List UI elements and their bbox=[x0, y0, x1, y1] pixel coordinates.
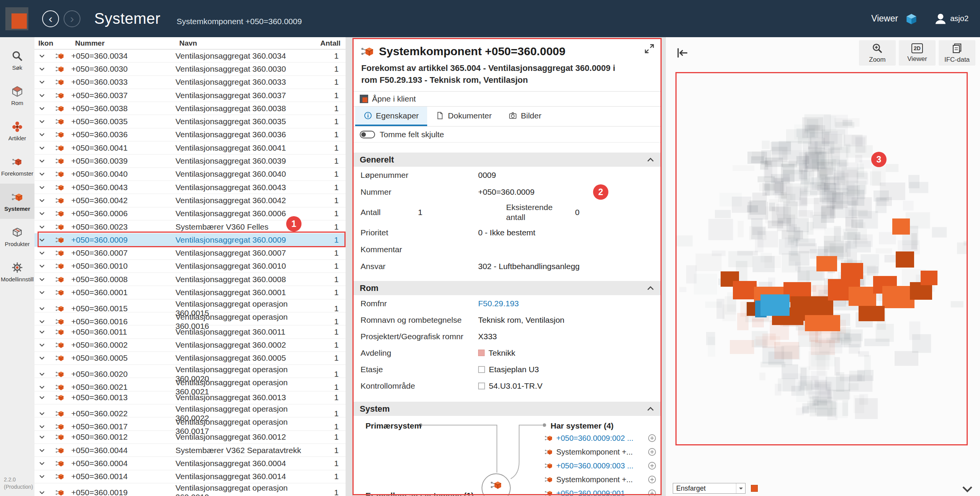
chevron-down-icon[interactable] bbox=[34, 462, 49, 465]
2d-viewer-button[interactable]: 2D Viewer bbox=[899, 40, 936, 66]
table-row[interactable]: +050=360.0017 Ventilasjonsaggregat opera… bbox=[34, 417, 346, 430]
sidebar-item-artikler[interactable]: Artikler bbox=[0, 113, 34, 148]
chevron-down-icon[interactable] bbox=[34, 412, 49, 416]
table-row[interactable]: +050=360.0011 Ventilasjonsaggregat 360.0… bbox=[34, 325, 346, 338]
table-row[interactable]: +050=360.0030 Ventilasjonsaggregat 360.0… bbox=[34, 62, 346, 76]
table-row[interactable]: +050=360.0022 Ventilasjonsaggregat opera… bbox=[34, 404, 346, 417]
table-row[interactable]: +050=360.0034 Ventilasjonsaggregat 360.0… bbox=[34, 49, 346, 62]
table-row[interactable]: +050=360.0035 Ventilasjonsaggregat 360.0… bbox=[34, 115, 346, 128]
chevron-down-icon[interactable] bbox=[34, 278, 49, 281]
sidebar-item-s-k[interactable]: Søk bbox=[0, 43, 34, 78]
chevron-down-icon[interactable] bbox=[34, 491, 49, 494]
fullscreen-icon[interactable] bbox=[644, 43, 655, 54]
col-ikon[interactable]: Ikon bbox=[34, 39, 71, 48]
add-icon[interactable] bbox=[648, 448, 656, 456]
zoom-button[interactable]: Zoom bbox=[859, 40, 896, 66]
chevron-down-icon[interactable] bbox=[34, 159, 49, 163]
chevron-down-icon[interactable] bbox=[34, 475, 49, 478]
add-icon[interactable] bbox=[648, 434, 656, 442]
add-icon[interactable] bbox=[648, 489, 656, 496]
chevron-down-icon[interactable] bbox=[34, 448, 49, 452]
table-row[interactable]: +050=360.0005 Ventilasjonsaggregat 360.0… bbox=[34, 352, 346, 365]
chevron-down-icon[interactable] bbox=[34, 133, 49, 136]
chevron-down-icon[interactable] bbox=[34, 372, 49, 376]
forward-button[interactable]: › bbox=[64, 10, 80, 27]
table-row[interactable]: +050=360.0037 Ventilasjonsaggregat 360.0… bbox=[34, 89, 346, 102]
table-row[interactable]: +050=360.0044 Systembærer V362 Separatav… bbox=[34, 444, 346, 457]
table-row[interactable]: +050=360.0006 Ventilasjonsaggregat 360.0… bbox=[34, 207, 346, 220]
chevron-down-icon[interactable] bbox=[34, 330, 49, 334]
sidebar-item-rom[interactable]: Rom bbox=[0, 78, 34, 113]
table-row[interactable]: +050=360.0041 Ventilasjonsaggregat 360.0… bbox=[34, 141, 346, 154]
table-row[interactable]: +050=360.0007 Ventilasjonsaggregat 360.0… bbox=[34, 246, 346, 259]
add-icon[interactable] bbox=[648, 475, 656, 484]
chevron-down-icon[interactable] bbox=[34, 251, 49, 255]
table-row[interactable]: +050=360.0021 Ventilasjonsaggregat opera… bbox=[34, 378, 346, 391]
open-in-client-button[interactable]: Åpne i klient bbox=[353, 91, 661, 107]
chevron-down-icon[interactable] bbox=[34, 435, 49, 439]
har-system-item[interactable]: +050=360.0009:002 ... bbox=[544, 431, 656, 445]
table-row[interactable]: +050=360.0043 Ventilasjonsaggregat 360.0… bbox=[34, 181, 346, 194]
sidebar-item-systemer[interactable]: Systemer bbox=[0, 184, 34, 219]
section-system[interactable]: System bbox=[353, 402, 661, 416]
chevron-down-icon[interactable] bbox=[34, 264, 49, 268]
chevron-down-icon[interactable] bbox=[34, 80, 49, 84]
table-row[interactable]: +050=360.0020 Ventilasjonsaggregat opera… bbox=[34, 365, 346, 378]
user-menu[interactable]: asjo2 bbox=[934, 12, 969, 25]
model-3d-scene[interactable] bbox=[675, 72, 968, 445]
chevron-down-icon[interactable] bbox=[34, 120, 49, 123]
table-row[interactable]: +050=360.0033 Ventilasjonsaggregat 360.0… bbox=[34, 76, 346, 89]
chevron-down-icon[interactable] bbox=[34, 396, 49, 399]
chevron-down-icon[interactable] bbox=[34, 146, 49, 150]
chevron-down-icon[interactable] bbox=[34, 94, 49, 97]
section-rom[interactable]: Rom bbox=[353, 281, 661, 295]
har-system-item[interactable]: Systemkomponent +... bbox=[544, 473, 656, 486]
chevron-down-icon[interactable] bbox=[34, 186, 49, 189]
table-row[interactable]: +050=360.0008 Ventilasjonsaggregat 360.0… bbox=[34, 273, 346, 286]
toggle-switch[interactable] bbox=[360, 131, 375, 138]
table-row[interactable]: +050=360.0010 Ventilasjonsaggregat 360.0… bbox=[34, 260, 346, 273]
chevron-down-icon[interactable] bbox=[34, 385, 49, 389]
table-row[interactable]: +050=360.0013 Ventilasjonsaggregat 360.0… bbox=[34, 391, 346, 404]
table-row[interactable]: +050=360.0016 Ventilasjonsaggregat opera… bbox=[34, 312, 346, 325]
col-navn[interactable]: Navn bbox=[175, 39, 316, 48]
chevron-down-icon[interactable] bbox=[34, 199, 49, 202]
kontrollomrade-checkbox[interactable] bbox=[478, 383, 485, 389]
color-mode-select[interactable]: Ensfarget bbox=[673, 483, 746, 494]
tab-bilder[interactable]: Bilder bbox=[500, 107, 550, 126]
chevron-down-icon[interactable] bbox=[34, 320, 49, 324]
chevron-down-icon[interactable] bbox=[34, 172, 49, 176]
chevron-down-icon[interactable] bbox=[34, 425, 49, 429]
sidebar-item-produkter[interactable]: Produkter bbox=[0, 219, 34, 254]
table-row[interactable]: +050=360.0001 Ventilasjonsaggregat 360.0… bbox=[34, 286, 346, 299]
table-row[interactable]: +050=360.0023 Systembærer V360 Felles 1 bbox=[34, 220, 346, 233]
table-row[interactable]: +050=360.0040 Ventilasjonsaggregat 360.0… bbox=[34, 168, 346, 181]
ifc-data-button[interactable]: IFC-data bbox=[939, 40, 975, 66]
chevron-down-icon[interactable] bbox=[962, 485, 973, 493]
chevron-down-icon[interactable] bbox=[34, 238, 49, 242]
back-button[interactable]: ‹ bbox=[42, 10, 59, 27]
table-row[interactable]: +050=360.0004 Ventilasjonsaggregat 360.0… bbox=[34, 457, 346, 470]
table-row[interactable]: +050=360.0014 Ventilasjonsaggregat 360.0… bbox=[34, 470, 346, 483]
chevron-down-icon[interactable] bbox=[34, 54, 49, 58]
har-system-item[interactable]: +050=360.0009:001 bbox=[544, 486, 656, 496]
etasje-checkbox[interactable] bbox=[478, 366, 485, 373]
sidebar-item-forekomster[interactable]: Forekomster bbox=[0, 148, 34, 184]
table-row[interactable]: +050=360.0019 Ventilasjonsaggregat opera… bbox=[34, 483, 346, 496]
chevron-down-icon[interactable] bbox=[34, 356, 49, 360]
har-system-item[interactable]: +050=360.0009:003 ... bbox=[544, 459, 656, 473]
chevron-down-icon[interactable] bbox=[34, 307, 49, 310]
table-row[interactable]: +050=360.0042 Ventilasjonsaggregat 360.0… bbox=[34, 194, 346, 207]
table-row[interactable]: +050=360.0002 Ventilasjonsaggregat 360.0… bbox=[34, 339, 346, 352]
sidebar-item-modellinnstill[interactable]: Modellinnstill bbox=[0, 254, 34, 289]
viewer-cube-icon[interactable] bbox=[904, 11, 919, 26]
har-system-item[interactable]: Systemkomponent +... bbox=[544, 445, 656, 459]
chevron-down-icon[interactable] bbox=[34, 291, 49, 294]
romfnr-link[interactable]: F50.29.193 bbox=[478, 299, 654, 308]
chevron-down-icon[interactable] bbox=[34, 67, 49, 71]
chevron-down-icon[interactable] bbox=[34, 212, 49, 215]
chevron-down-icon[interactable] bbox=[34, 107, 49, 110]
table-row[interactable]: +050=360.0015 Ventilasjonsaggregat opera… bbox=[34, 299, 346, 312]
collapse-panel-icon[interactable] bbox=[676, 46, 690, 59]
section-generelt[interactable]: Generelt bbox=[353, 153, 661, 167]
